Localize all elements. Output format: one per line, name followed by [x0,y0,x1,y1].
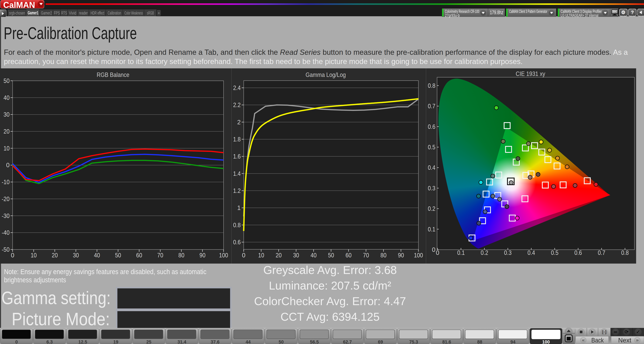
svg-text:0.6: 0.6 [428,123,435,130]
svg-text:10: 10 [258,252,264,259]
svg-text:10: 10 [31,252,37,259]
svg-text:30: 30 [73,252,79,259]
svg-text:0.8: 0.8 [233,222,241,229]
svg-text:Gamma Log/Log: Gamma Log/Log [306,71,346,78]
svg-text:0.7: 0.7 [598,249,605,256]
svg-text:50: 50 [115,252,121,259]
svg-text:2.4: 2.4 [233,84,241,91]
svg-text:0.3: 0.3 [428,185,435,192]
svg-text:-10: -10 [2,179,10,185]
svg-text:0: 0 [436,249,440,256]
svg-text:90: 90 [398,252,404,259]
svg-text:0: 0 [242,252,246,259]
svg-text:-20: -20 [2,196,10,202]
svg-text:30: 30 [4,111,10,118]
svg-text:0.6: 0.6 [574,249,582,256]
svg-text:1.4: 1.4 [233,170,241,177]
svg-text:0.4: 0.4 [428,164,435,171]
svg-text:1: 1 [237,204,241,211]
svg-text:0.1: 0.1 [428,226,435,233]
svg-text:-30: -30 [2,212,10,219]
svg-text:70: 70 [363,252,369,259]
svg-text:0: 0 [11,252,14,259]
svg-text:100: 100 [414,252,423,259]
svg-text:60: 60 [136,252,142,259]
svg-text:90: 90 [200,252,206,259]
svg-text:20: 20 [276,252,282,259]
svg-text:20: 20 [52,252,58,259]
svg-text:2: 2 [237,119,241,126]
svg-text:0.8: 0.8 [621,249,629,256]
svg-text:80: 80 [380,252,386,259]
svg-text:50: 50 [328,252,334,259]
svg-text:1.2: 1.2 [233,187,241,194]
svg-text:-50: -50 [2,246,10,253]
svg-text:40: 40 [94,252,100,259]
svg-text:40: 40 [4,94,10,101]
svg-text:0.8: 0.8 [428,82,435,89]
svg-text:0: 0 [432,246,435,253]
svg-text:20: 20 [4,128,10,135]
svg-text:-40: -40 [2,229,10,236]
svg-text:0.6: 0.6 [233,239,241,246]
svg-text:0.3: 0.3 [504,249,512,256]
svg-text:0.4: 0.4 [528,249,535,256]
svg-text:0.5: 0.5 [551,249,558,256]
svg-text:40: 40 [310,252,317,259]
svg-text:80: 80 [178,252,184,259]
svg-text:0.7: 0.7 [428,103,435,110]
svg-text:1.6: 1.6 [233,153,241,160]
svg-text:60: 60 [346,252,352,259]
svg-text:2.2: 2.2 [233,101,241,108]
svg-text:30: 30 [293,252,299,259]
svg-text:0.1: 0.1 [457,249,465,256]
svg-text:0.5: 0.5 [428,144,435,151]
svg-text:1.8: 1.8 [233,136,241,143]
svg-text:0: 0 [6,162,10,169]
svg-text:50: 50 [4,77,10,84]
svg-text:70: 70 [157,252,163,259]
svg-text:0.2: 0.2 [481,249,488,256]
svg-text:0.2: 0.2 [428,205,435,212]
svg-text:100: 100 [219,252,228,259]
svg-text:CIE 1931 xy: CIE 1931 xy [516,70,545,77]
svg-text:RGB Balance: RGB Balance [97,71,130,78]
svg-text:10: 10 [4,145,10,152]
